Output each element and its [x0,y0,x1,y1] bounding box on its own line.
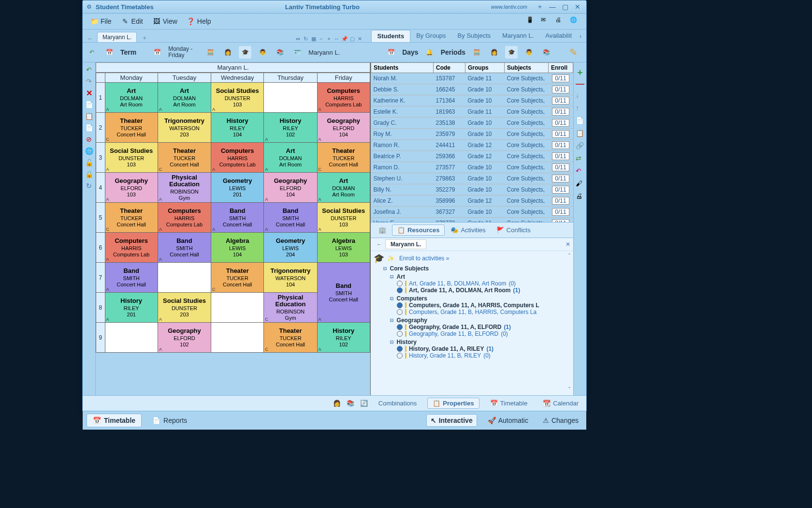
radio-icon[interactable] [397,309,403,315]
add-icon[interactable]: ＋ [576,66,584,75]
tab-availability[interactable]: Availabilit [539,30,578,42]
side-copy-icon[interactable]: 📄 [85,100,93,109]
cell-enroll[interactable]: 0/11 [549,84,573,95]
table-row[interactable]: Grady C.235138Grade 10Core Subjects,0/11 [371,118,573,129]
student-icon[interactable]: 🎓 [239,46,251,59]
timetable-cell[interactable]: TheaterTUCKERConcert HallC [105,203,158,233]
col-groups[interactable]: Groups [465,63,505,73]
radio-icon[interactable] [397,281,403,286]
cell-enroll[interactable]: 0/11 [549,106,573,118]
teacher-f-icon-r[interactable]: 👩 [488,46,500,59]
timetable-cell[interactable]: BandSMITHConcert HallA [158,233,211,263]
days-icon[interactable]: 📅 [385,46,397,59]
radio-icon[interactable] [397,287,403,293]
books-icon[interactable]: 📚 [274,46,286,59]
maximize-icon[interactable]: ▢ [560,3,570,11]
cell-enroll[interactable]: 0/11 [549,162,573,173]
student-icon-r[interactable]: 🎓 [505,46,518,59]
teacher-m-icon-r[interactable]: 👨 [522,46,535,59]
students-scroll[interactable]: Students Code Groups Subjects Enroll Nor… [371,62,573,222]
pencil-big-icon[interactable]: ✎ [567,46,580,59]
col-code[interactable]: Code [434,63,465,73]
timetable-cell[interactable]: Social StudiesDUNSTER103A [317,203,370,233]
table-row[interactable]: Beatrice P.259366Grade 12Core Subjects,0… [371,151,573,162]
table-row[interactable]: Ramon D.273577Grade 10Core Subjects,0/11 [371,162,573,173]
side-forbidden-icon[interactable]: ⊘ [85,135,93,144]
timetable-cell[interactable]: GeometryLEWIS201 [211,173,264,203]
cell-enroll[interactable]: 0/11 [549,140,573,151]
link-icon[interactable]: 🔗 [576,142,584,150]
cell-enroll[interactable]: 0/11 [549,73,573,84]
timetable-cell[interactable] [211,293,264,323]
res-expand-icon[interactable]: ˇ [568,387,570,393]
timetable-cell[interactable]: Physical EducationROBINSONGymA [158,173,211,203]
mode-changes[interactable]: ⚠ Changes [539,414,582,427]
table-row[interactable]: Stephen U.279863Grade 10Core Subjects,0/… [371,173,573,184]
btab-conflicts[interactable]: 🚩 Conflicts [492,224,536,236]
mini-h-icon[interactable]: ⇔ [295,35,302,42]
timetable-cell[interactable]: GeographyELFORD104A [317,113,370,143]
radio-icon[interactable] [397,346,403,352]
tab-by-subjects[interactable]: By Subjects [452,30,497,42]
timetable-cell[interactable] [264,83,317,113]
cell-enroll[interactable]: 0/11 [549,173,573,184]
timetable-cell[interactable]: HistoryRILEY201A [105,293,158,323]
radio-icon[interactable] [397,331,403,337]
timetable-cell[interactable] [211,323,264,353]
table-row[interactable]: Ramon R.244411Grade 12Core Subjects,0/11 [371,140,573,151]
move-up-icon[interactable]: ↑ [576,104,584,113]
mini-grid-icon[interactable]: ▦ [310,35,317,42]
table-row[interactable]: Norah M.153787Grade 11Core Subjects,0/11 [371,73,573,84]
tree-option[interactable]: Art, Grade 11, B, DOLMAN, Art Room (0) [397,280,570,287]
add-tab-icon[interactable]: ＋ [139,34,150,42]
timetable-cell[interactable]: Social StudiesDUNSTER203A [158,293,211,323]
toggle-icon[interactable]: ⊟ [383,265,387,272]
teacher-f-icon[interactable]: 👩 [221,46,234,59]
timetable-cell[interactable]: ComputersHARRISComputers LabA [317,83,370,113]
side-undo-icon[interactable]: ↶ [85,65,93,74]
globe-icon[interactable]: 🌐 [570,16,580,26]
timetable-cell[interactable]: HistoryRILEY102A [264,113,317,143]
mode-interactive[interactable]: ↖ Interactive [426,414,477,427]
tree-subject[interactable]: ⊟ Art [390,273,570,280]
timetable-cell[interactable]: BandSMITHConcert HallA [211,203,264,233]
view-menu[interactable]: 🖼 View [148,15,182,27]
card-icon[interactable]: 🪪 [291,46,304,59]
timetable-cell[interactable]: TrigonometryWATERSON104 [264,263,317,293]
table-row[interactable]: Roy M.235979Grade 10Core Subjects,0/11 [371,129,573,140]
mtab-properties[interactable]: 📋 Properties [427,398,479,409]
side-doc-icon[interactable]: 📄 [85,123,93,132]
calendar-icon[interactable]: 📅 [103,46,116,59]
table-row[interactable]: Debbie S.166245Grade 10Core Subjects,0/1… [371,84,573,95]
tab-back-icon[interactable]: ← [86,35,95,42]
mini-refresh-icon[interactable]: ↻ [303,35,309,42]
file-menu[interactable]: 📁 File [86,15,116,27]
mini-max-icon[interactable]: ▢ [349,35,356,42]
side-globe-icon[interactable]: 🌐 [85,147,93,155]
cell-enroll[interactable]: 0/11 [549,218,573,223]
cell-enroll[interactable]: 0/11 [549,151,573,162]
tree-option[interactable]: Art, Grade 11, A, DOLMAN, Art Room (1) [397,287,570,294]
url-link[interactable]: www.lantiv.com [491,4,527,10]
timetable-cell[interactable]: TheaterTUCKERConcert HallC [264,323,317,353]
print-icon[interactable]: 🖨 [576,192,584,201]
col-subjects[interactable]: Subjects [505,63,549,73]
timetable-cell[interactable] [105,323,158,353]
mtab-calendar[interactable]: 📆 Calendar [538,398,583,408]
help-menu[interactable]: ❓ Help [182,15,216,27]
mail-icon[interactable]: ✉ [541,16,551,26]
res-back-icon[interactable]: ← [374,241,385,248]
timetable-cell[interactable]: BandSMITHConcert HallA [317,263,370,323]
printer-icon[interactable]: 🖨 [555,16,565,26]
tab-forward-icon[interactable]: › [578,33,583,40]
paste-icon[interactable]: 📋 [576,129,584,138]
tree-option[interactable]: History, Grade 11, B, RILEY (0) [397,352,570,359]
mini-close-icon[interactable]: ✕ [357,35,363,42]
radio-icon[interactable] [397,324,403,330]
timetable-cell[interactable]: AlgebraLEWIS104 [211,233,264,263]
timetable-cell[interactable]: Social StudiesDUNSTER103A [105,143,158,173]
toggle-icon[interactable]: ⊟ [390,273,393,280]
tree-option[interactable]: Computers, Grade 11, A, HARRIS, Computer… [397,302,570,309]
cell-enroll[interactable]: 0/11 [549,129,573,140]
table-row[interactable]: Alice Z.358996Grade 12Core Subjects,0/11 [371,195,573,207]
